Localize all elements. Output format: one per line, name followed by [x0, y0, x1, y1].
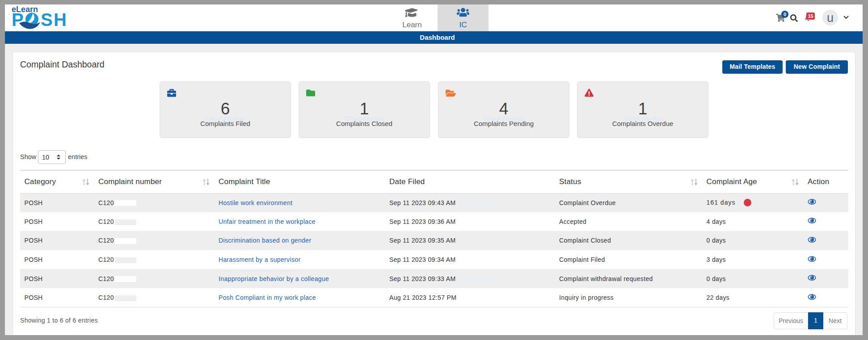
svg-text:S: S — [41, 10, 53, 29]
svg-text:P: P — [12, 10, 24, 29]
svg-text:H: H — [54, 10, 67, 29]
